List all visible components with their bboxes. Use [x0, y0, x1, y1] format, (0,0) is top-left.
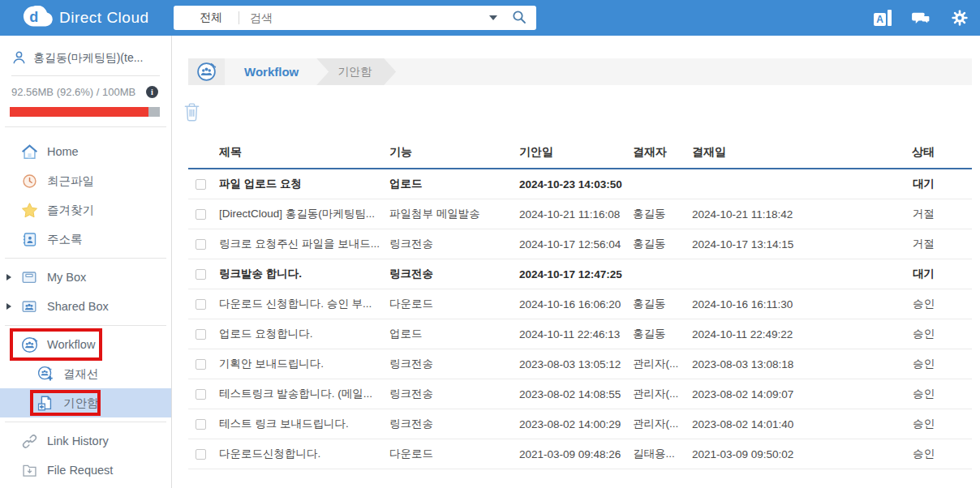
row-title: 링크로 요청주신 파일을 보내드...: [219, 237, 389, 251]
user-info[interactable]: 홍길동(마케팅팀)(te...: [0, 36, 171, 75]
row-function: 링크전송: [389, 417, 519, 431]
sidebar-item-link-history[interactable]: Link History: [0, 426, 171, 456]
sidebar-item-draft-box[interactable]: 기안함: [0, 388, 171, 417]
row-checkbox[interactable]: [196, 419, 206, 430]
search-scope-selector[interactable]: 전체: [200, 11, 222, 25]
expand-arrow-icon[interactable]: [6, 274, 11, 280]
row-checkbox[interactable]: [196, 239, 206, 250]
expand-arrow-icon[interactable]: [6, 303, 11, 310]
table-row[interactable]: 링크로 요청주신 파일을 보내드... 링크전송 2024-10-17 12:5…: [188, 229, 972, 259]
row-status: 거절: [876, 207, 972, 221]
row-status: 승인: [876, 327, 972, 341]
table-row[interactable]: 기획안 보내드립니다. 링크전송 2023-08-03 13:05:12 관리자…: [188, 349, 972, 379]
table-row[interactable]: [DirectCloud] 홍길동(마케팅팀... 파일첨부 메일발송 2024…: [188, 199, 972, 229]
info-icon[interactable]: [146, 86, 158, 98]
row-title: 기획안 보내드립니다.: [219, 357, 389, 371]
breadcrumb-root[interactable]: Workflow: [244, 65, 299, 79]
divider: [5, 258, 166, 259]
row-title: 다운로드 신청합니다. 승인 부...: [219, 297, 389, 311]
row-draft-date: 2024-10-16 16:06:20: [519, 298, 633, 310]
workflow-breadcrumb-icon: [188, 58, 225, 85]
chat-icon[interactable]: [911, 9, 931, 28]
star-icon: [19, 200, 39, 220]
sidebar-item-approval-line[interactable]: 결재선: [0, 359, 171, 388]
row-function: 링크전송: [389, 237, 519, 251]
storage-progress-fill: [10, 107, 148, 117]
workflow-table-body: 파일 업로드 요청 업로드 2024-10-23 14:03:50 대기 [Di…: [188, 169, 972, 469]
clock-icon: [19, 171, 39, 190]
sidebar: 홍길동(마케팅팀)(te... 92.56MB (92.6%) / 100MB …: [0, 36, 172, 488]
row-approver: 홍길동: [633, 237, 692, 251]
sidebar-item-label: File Request: [47, 464, 113, 477]
column-header-status: 상태: [876, 145, 972, 160]
row-draft-date: 2024-10-17 12:56:04: [519, 238, 633, 250]
table-header: 제목 기능 기안일 결재자 결재일 상태: [188, 137, 972, 169]
file-request-icon: [19, 460, 39, 480]
breadcrumb: Workflow 기안함: [188, 58, 972, 85]
my-box-icon: [19, 268, 39, 287]
sidebar-item-address-book[interactable]: 주소록: [0, 225, 171, 254]
row-approval-date: 2024-10-16 16:11:30: [692, 298, 876, 310]
row-approval-date: 2023-08-03 13:08:18: [692, 358, 876, 370]
sidebar-item-label: 최근파일: [47, 173, 94, 189]
header-icon-group: [874, 0, 969, 36]
delete-button[interactable]: [183, 101, 201, 124]
column-header-function: 기능: [389, 145, 519, 160]
office-language-icon[interactable]: [874, 10, 892, 26]
sidebar-item-favorites[interactable]: 즐겨찾기: [0, 195, 171, 225]
row-function: 업로드: [389, 327, 519, 341]
search-input[interactable]: [250, 11, 489, 24]
table-row[interactable]: 업로드 요청합니다. 업로드 2024-10-11 22:46:13 홍길동 2…: [188, 319, 972, 349]
address-book-icon: [19, 229, 39, 249]
row-function: 다운로드: [389, 297, 519, 311]
divider: [5, 325, 166, 326]
storage-usage-text: 92.56MB (92.6%) / 100MB: [11, 86, 135, 98]
search-icon: [512, 10, 527, 27]
row-approver: 길태용...: [633, 447, 692, 461]
divider: [5, 422, 166, 422]
row-approval-date: 2021-03-09 09:50:02: [692, 448, 876, 460]
chevron-down-icon[interactable]: [489, 15, 497, 20]
cloud-logo-icon: d: [23, 6, 54, 31]
column-header-draft-date: 기안일: [519, 145, 633, 160]
row-title: 파일 업로드 요청: [219, 177, 389, 191]
sidebar-item-home[interactable]: Home: [0, 137, 171, 166]
table-row[interactable]: 파일 업로드 요청 업로드 2024-10-23 14:03:50 대기: [188, 169, 972, 199]
sidebar-item-shared-box[interactable]: Shared Box: [0, 292, 171, 321]
table-row[interactable]: 다운로드 신청합니다. 승인 부... 다운로드 2024-10-16 16:0…: [188, 289, 972, 319]
table-row[interactable]: 테스트링크 발송합니다. (메일... 링크전송 2023-08-02 14:0…: [188, 379, 972, 409]
main-content: Workflow 기안함 제목 기능 기안일 결재자 결재일 상태 파일 업로드…: [173, 36, 980, 488]
sidebar-item-recent-files[interactable]: 최근파일: [0, 166, 171, 195]
sidebar-item-label: Home: [47, 145, 79, 158]
directcloud-logo[interactable]: d Direct Cloud: [23, 6, 149, 31]
workflow-table: 제목 기능 기안일 결재자 결재일 상태 파일 업로드 요청 업로드 2024-…: [188, 137, 972, 469]
row-checkbox[interactable]: [196, 299, 206, 310]
row-approver: 홍길동: [633, 327, 692, 341]
row-checkbox[interactable]: [196, 329, 206, 340]
bar-icon: [888, 10, 892, 26]
sidebar-item-file-request[interactable]: File Request: [0, 456, 171, 485]
row-status: 승인: [876, 387, 972, 401]
breadcrumb-current[interactable]: 기안함: [316, 58, 396, 85]
table-row[interactable]: 테스트 링크 보내드립니다. 링크전송 2023-08-02 14:00:29 …: [188, 409, 972, 439]
table-row[interactable]: 다운로드신청합니다. 다운로드 2021-03-09 09:48:26 길태용.…: [188, 439, 972, 469]
table-row[interactable]: 링크발송 합니다. 링크전송 2024-10-17 12:47:25 대기: [188, 259, 972, 289]
sidebar-item-my-box[interactable]: My Box: [0, 263, 171, 292]
row-checkbox[interactable]: [196, 269, 206, 280]
row-checkbox[interactable]: [196, 389, 206, 400]
search-bar: 전체: [174, 6, 536, 30]
row-draft-date: 2024-10-23 14:03:50: [519, 178, 633, 190]
row-checkbox[interactable]: [196, 359, 206, 370]
row-checkbox[interactable]: [196, 179, 206, 190]
trash-icon: [183, 112, 201, 124]
approval-line-icon: [36, 364, 55, 383]
sidebar-item-workflow[interactable]: Workflow: [0, 330, 171, 359]
gear-icon[interactable]: [951, 9, 969, 27]
divider: [5, 126, 166, 127]
row-checkbox[interactable]: [196, 209, 206, 220]
row-function: 파일첨부 메일발송: [389, 207, 519, 221]
letter-a-icon: [874, 13, 886, 26]
row-checkbox[interactable]: [196, 449, 206, 460]
search-button[interactable]: [512, 10, 527, 27]
row-draft-date: 2024-10-21 11:16:08: [519, 208, 633, 220]
